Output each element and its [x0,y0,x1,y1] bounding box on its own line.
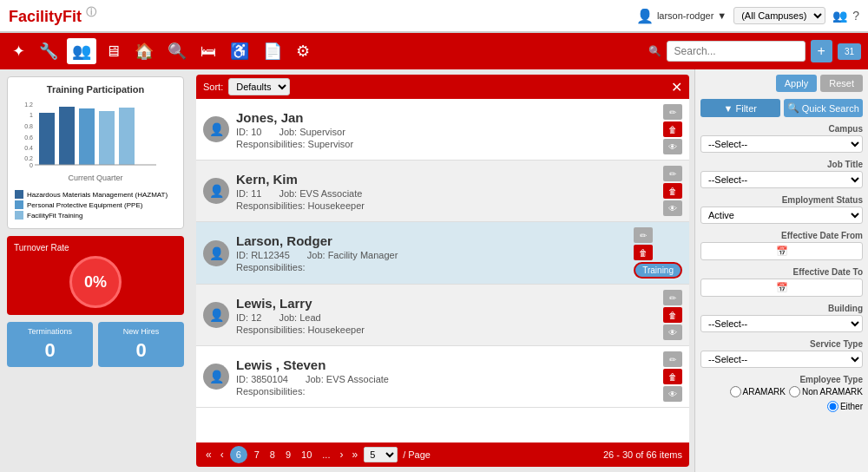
help-icon[interactable]: ? [852,9,859,23]
group-icon[interactable]: 👥 [832,9,847,23]
emp-delete-btn[interactable]: 🗑 [663,183,682,199]
emp-view-btn[interactable]: 👁 [663,386,682,402]
tool-search[interactable]: 🔍 [162,38,192,64]
emp-id: ID: 10 [236,127,261,137]
avatar: 👤 [203,240,229,266]
search-input[interactable] [667,41,806,62]
page-prev-btn[interactable]: ‹ [218,448,227,462]
filter-eff-date-to: Effective Date To 📅 [700,267,863,297]
filter-eff-date-from: Effective Date From 📅 [700,231,863,260]
page-size-select[interactable]: 5 10 25 [364,447,398,462]
page-num-10[interactable]: 10 [298,449,315,461]
table-row: 👤 Kern, Kim ID: 11 Job: EVS Associate Re… [196,161,689,222]
svg-rect-11 [119,108,135,165]
page-num-9[interactable]: 9 [282,449,294,461]
info-icon[interactable]: ⓘ [86,6,96,18]
tool-wrench[interactable]: 🔧 [34,38,63,64]
user-dropdown-icon[interactable]: ▼ [717,10,727,21]
emp-edit-btn[interactable]: ✏ [663,351,682,367]
radio-non-aramark-input[interactable] [789,386,800,397]
tool-document[interactable]: 📄 [258,38,287,64]
emp-edit-btn[interactable]: ✏ [663,166,682,181]
emp-edit-btn[interactable]: ✏ [663,104,682,120]
tool-star[interactable]: ✦ [7,38,30,64]
emp-details: ID: 3850104 Job: EVS Associate [236,374,658,384]
apply-button[interactable]: Apply [776,75,818,92]
chart-title: Training Participation [15,84,176,95]
sort-select[interactable]: Defaults [228,78,290,95]
emp-name: Jones, Jan [236,110,658,125]
tool-monitor[interactable]: 🖥 [100,39,126,64]
tool-people[interactable]: 👥 [67,38,96,64]
reset-button[interactable]: Reset [820,75,863,92]
tool-home[interactable]: 🏠 [129,38,159,64]
center-panel: Sort: Defaults ✕ 👤 Jones, Jan ID: 10 Job… [191,69,694,472]
quick-search-tab[interactable]: 🔍 Quick Search [784,99,864,117]
tool-bed[interactable]: 🛏 [195,39,221,64]
svg-rect-10 [99,111,115,165]
header: FacilityFit ⓘ 👤 larson-rodger ▼ (All Cam… [0,0,868,33]
training-badge[interactable]: Training [634,262,682,279]
building-label: Building [700,304,863,313]
emp-edit-btn[interactable]: ✏ [663,290,682,305]
emp-delete-btn[interactable]: 🗑 [663,121,682,137]
page-last-btn[interactable]: » [349,448,360,462]
emp-name: Lewis , Steven [236,357,658,372]
emp-view-btn[interactable]: 👁 [663,200,682,216]
emp-info: Kern, Kim ID: 11 Job: EVS Associate Resp… [236,172,658,211]
employee-list: 👤 Jones, Jan ID: 10 Job: Supervisor Resp… [196,99,689,442]
emp-delete-btn[interactable]: 🗑 [663,369,682,384]
emp-view-btn[interactable]: 👁 [663,324,682,340]
filter-tab-label: Filter [735,103,756,114]
emp-id: ID: 3850104 [236,374,288,384]
page-num-8[interactable]: 8 [266,449,279,461]
emp-job: Job: Lead [279,312,320,323]
emp-delete-btn[interactable]: 🗑 [634,245,653,260]
tool-wheelchair[interactable]: ♿ [225,38,254,64]
user-icon: 👤 [636,8,654,24]
close-icon[interactable]: ✕ [671,79,682,95]
campus-select-filter[interactable]: --Select-- [700,135,863,153]
emp-job: Job: EVS Associate [279,188,362,199]
tool-settings[interactable]: ⚙ [291,38,315,64]
sort-bar: Sort: Defaults ✕ [196,75,689,99]
radio-non-aramark[interactable]: Non ARAMARK [789,386,863,397]
emp-edit-btn[interactable]: ✏ [634,227,653,243]
turnover-card: Turnover Rate 0% [7,236,184,315]
sort-label: Sort: [203,82,223,92]
page-num-7[interactable]: 7 [251,449,263,461]
emp-delete-btn[interactable]: 🗑 [663,307,682,323]
pagination: « ‹ 6 7 8 9 10 ... › » 5 10 25 / Page 26… [196,442,689,467]
search-tab-icon: 🔍 [787,102,799,114]
filter-tab[interactable]: ▼ Filter [700,99,780,117]
filter-job-title: Job Title --Select-- [700,160,863,188]
legend-item-ppe: Personal Protective Equipment (PPE) [15,200,176,209]
page-num-6[interactable]: 6 [230,446,247,463]
emp-view-btn[interactable]: 👁 [663,139,682,154]
table-row: 👤 Jones, Jan ID: 10 Job: Supervisor Resp… [196,99,689,161]
new-hires-value: 0 [103,339,179,362]
service-type-select[interactable]: --Select-- [700,351,863,368]
svg-text:0.4: 0.4 [24,145,33,151]
campus-select[interactable]: (All Campuses) [733,7,825,24]
page-first-btn[interactable]: « [203,448,214,462]
add-button[interactable]: + [811,40,832,62]
radio-either[interactable]: Either [827,401,863,412]
calendar-button[interactable]: 31 [838,43,861,60]
building-select[interactable]: --Select-- [700,315,863,332]
avatar: 👤 [203,116,229,142]
filter-icon: ▼ [724,103,733,114]
user-area: 👤 larson-rodger ▼ [636,8,727,24]
emp-actions: ✏ 🗑 👁 [663,290,682,340]
radio-aramark-input[interactable] [730,386,741,397]
eff-date-from-picker[interactable]: 📅 [700,242,863,260]
radio-either-input[interactable] [827,401,838,412]
employment-status-select[interactable]: Active Inactive All [700,206,863,224]
legend-color-ppe [15,200,23,209]
radio-aramark[interactable]: ARAMARK [730,386,786,397]
page-next-btn[interactable]: › [337,448,345,462]
eff-date-to-picker[interactable]: 📅 [700,279,863,297]
main: Training Participation 1.2 1 0.8 0.6 0.4… [0,69,868,472]
job-title-select[interactable]: --Select-- [700,171,863,188]
turnover-label: Turnover Rate [14,243,177,252]
